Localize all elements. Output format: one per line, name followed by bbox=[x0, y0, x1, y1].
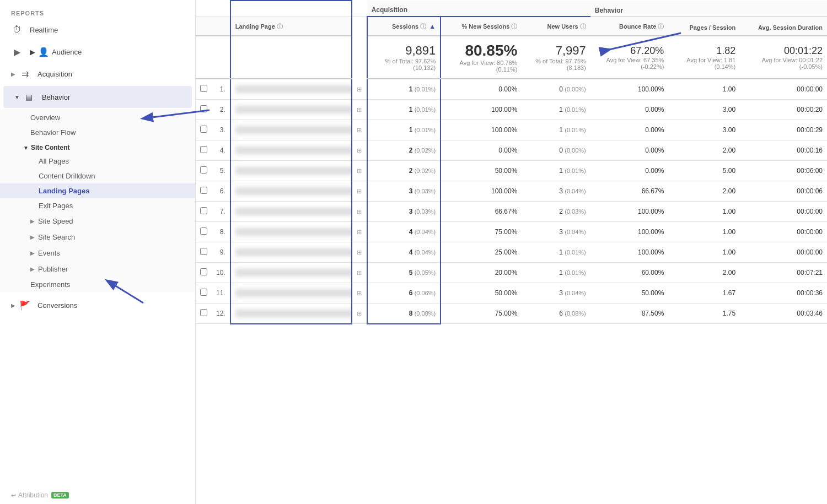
row-checkbox-2[interactable] bbox=[200, 105, 207, 112]
external-link-icon[interactable]: ⊞ bbox=[357, 229, 362, 235]
sidebar-sub-publisher[interactable]: ▶ Publisher bbox=[0, 261, 195, 277]
sidebar-sub-site-speed[interactable]: ▶ Site Speed bbox=[0, 213, 195, 229]
landing-page-cell[interactable]: ████████████████████████████ bbox=[230, 242, 352, 263]
sessions-value: 1 bbox=[409, 106, 413, 113]
row-checkbox-6[interactable] bbox=[200, 187, 207, 194]
sidebar-item-attribution[interactable]: ↩ Attribution BETA bbox=[0, 486, 195, 504]
total-pct-new: 80.85% bbox=[445, 42, 517, 59]
avg-duration-cell: 00:00:29 bbox=[740, 120, 827, 140]
external-link-icon[interactable]: ⊞ bbox=[357, 208, 362, 215]
landing-page-cell[interactable]: ████████████████████████████ bbox=[230, 222, 352, 242]
external-link-icon[interactable]: ⊞ bbox=[357, 167, 362, 174]
landing-page-cell[interactable]: ████████████████████████████ bbox=[230, 283, 352, 304]
external-link-icon[interactable]: ⊞ bbox=[357, 249, 362, 256]
link-icon-cell[interactable]: ⊞ bbox=[352, 100, 367, 120]
behavior-caret: ▼ bbox=[14, 94, 20, 100]
row-checkbox-8[interactable] bbox=[200, 227, 207, 235]
sessions-header[interactable]: Sessions ⓘ ▲ bbox=[367, 17, 441, 36]
row-checkbox-7[interactable] bbox=[200, 207, 207, 214]
pages-session-cell: 2.00 bbox=[668, 263, 740, 283]
sidebar-sub-experiments[interactable]: Experiments bbox=[0, 277, 195, 292]
new-users-help[interactable]: ⓘ bbox=[580, 23, 586, 30]
row-checkbox-5[interactable] bbox=[200, 166, 207, 174]
sidebar-item-audience[interactable]: ▶ ▶ 👤 Audience bbox=[0, 41, 195, 63]
blurred-url: ████████████████████████████ bbox=[235, 85, 352, 93]
landing-page-cell[interactable]: ████████████████████████████ bbox=[230, 181, 352, 202]
external-link-icon[interactable]: ⊞ bbox=[357, 106, 362, 113]
external-link-icon[interactable]: ⊞ bbox=[357, 310, 362, 317]
landing-page-cell[interactable]: ████████████████████████████ bbox=[230, 304, 352, 324]
row-checkbox-3[interactable] bbox=[200, 126, 207, 133]
external-link-icon[interactable]: ⊞ bbox=[357, 188, 362, 194]
link-icon-cell[interactable]: ⊞ bbox=[352, 304, 367, 324]
bounce-rate-header[interactable]: Bounce Rate ⓘ bbox=[590, 17, 669, 36]
row-checkbox-10[interactable] bbox=[200, 268, 207, 275]
row-checkbox-4[interactable] bbox=[200, 146, 207, 153]
link-icon-cell[interactable]: ⊞ bbox=[352, 140, 367, 161]
row-num: 4. bbox=[212, 140, 230, 161]
total-new-users: 7,997 bbox=[526, 44, 586, 58]
avg-session-header[interactable]: Avg. Session Duration bbox=[740, 17, 827, 36]
sessions-sort-arrow[interactable]: ▲ bbox=[429, 23, 436, 30]
avg-duration-cell: 00:06:00 bbox=[740, 161, 827, 181]
link-icon-cell[interactable]: ⊞ bbox=[352, 161, 367, 181]
external-link-icon[interactable]: ⊞ bbox=[357, 290, 362, 296]
sidebar-sub-landing-pages[interactable]: Landing Pages bbox=[0, 183, 195, 198]
table-row: 11. ████████████████████████████ ⊞ 6 (0.… bbox=[196, 283, 827, 304]
pct-new-sessions-header[interactable]: % New Sessions ⓘ bbox=[441, 17, 522, 36]
row-checkbox-1[interactable] bbox=[200, 85, 207, 92]
landing-page-header[interactable]: Landing Page ⓘ bbox=[230, 17, 352, 36]
link-icon-cell[interactable]: ⊞ bbox=[352, 79, 367, 100]
site-content-header[interactable]: ▼ Site Content bbox=[0, 140, 195, 154]
sidebar-item-conversions[interactable]: ▶ 🚩 Conversions bbox=[0, 294, 195, 316]
new-users-pct: (0.04%) bbox=[565, 229, 586, 235]
external-link-icon[interactable]: ⊞ bbox=[357, 86, 362, 93]
sidebar-sub-behavior-flow[interactable]: Behavior Flow bbox=[0, 125, 195, 140]
pct-new-cell: 0.00% bbox=[441, 140, 522, 161]
sessions-pct: (0.02%) bbox=[415, 147, 436, 154]
sidebar-sub-overview[interactable]: Overview bbox=[0, 109, 195, 125]
sidebar-sub-content-drilldown[interactable]: Content Drilldown bbox=[0, 169, 195, 183]
sessions-cell: 3 (0.03%) bbox=[367, 202, 441, 222]
external-link-icon[interactable]: ⊞ bbox=[357, 269, 362, 276]
link-col-header bbox=[352, 17, 367, 36]
table-row: 12. ████████████████████████████ ⊞ 8 (0.… bbox=[196, 304, 827, 324]
row-num: 10. bbox=[212, 263, 230, 283]
link-icon-cell[interactable]: ⊞ bbox=[352, 202, 367, 222]
table-row: 10. ████████████████████████████ ⊞ 5 (0.… bbox=[196, 263, 827, 283]
landing-page-cell[interactable]: ████████████████████████████ bbox=[230, 79, 352, 100]
link-icon-cell[interactable]: ⊞ bbox=[352, 181, 367, 202]
sidebar-sub-all-pages[interactable]: All Pages bbox=[0, 154, 195, 169]
external-link-icon[interactable]: ⊞ bbox=[357, 127, 362, 133]
landing-page-help[interactable]: ⓘ bbox=[277, 23, 283, 30]
link-icon-cell[interactable]: ⊞ bbox=[352, 242, 367, 263]
link-icon-cell[interactable]: ⊞ bbox=[352, 283, 367, 304]
row-checkbox-11[interactable] bbox=[200, 289, 207, 296]
sidebar-item-realtime[interactable]: ⏱ Realtime bbox=[0, 19, 195, 41]
link-icon-cell[interactable]: ⊞ bbox=[352, 222, 367, 242]
link-icon-cell[interactable]: ⊞ bbox=[352, 263, 367, 283]
landing-page-cell[interactable]: ████████████████████████████ bbox=[230, 202, 352, 222]
sidebar-sub-events[interactable]: ▶ Events bbox=[0, 245, 195, 261]
landing-page-cell[interactable]: ████████████████████████████ bbox=[230, 161, 352, 181]
sessions-help[interactable]: ⓘ bbox=[420, 23, 426, 30]
landing-page-cell[interactable]: ████████████████████████████ bbox=[230, 140, 352, 161]
bounce-rate-help[interactable]: ⓘ bbox=[658, 23, 664, 30]
sidebar-item-acquisition[interactable]: ▶ ⇉ Acquisition bbox=[0, 63, 195, 85]
landing-page-cell[interactable]: ████████████████████████████ bbox=[230, 100, 352, 120]
sessions-pct: (0.01%) bbox=[415, 127, 436, 133]
row-checkbox-12[interactable] bbox=[200, 309, 207, 316]
link-icon-cell[interactable]: ⊞ bbox=[352, 120, 367, 140]
landing-page-cell[interactable]: ████████████████████████████ bbox=[230, 120, 352, 140]
pages-session-header[interactable]: Pages / Session bbox=[668, 17, 740, 36]
new-users-header[interactable]: New Users ⓘ bbox=[522, 17, 590, 36]
row-checkbox-9[interactable] bbox=[200, 248, 207, 255]
pct-new-sessions-help[interactable]: ⓘ bbox=[511, 23, 517, 30]
blurred-url: ████████████████████████████ bbox=[235, 147, 352, 154]
external-link-icon[interactable]: ⊞ bbox=[357, 147, 362, 154]
sidebar-sub-exit-pages[interactable]: Exit Pages bbox=[0, 198, 195, 213]
pct-new-cell: 100.00% bbox=[441, 181, 522, 202]
sidebar-item-behavior[interactable]: ▼ ▤ Behavior bbox=[3, 86, 192, 108]
sidebar-sub-site-search[interactable]: ▶ Site Search bbox=[0, 229, 195, 245]
landing-page-cell[interactable]: ████████████████████████████ bbox=[230, 263, 352, 283]
